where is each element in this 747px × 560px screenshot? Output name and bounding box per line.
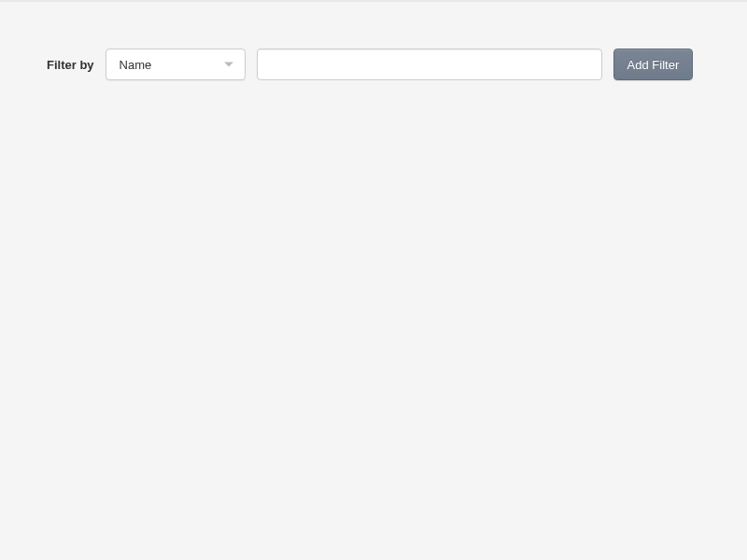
- add-filter-button[interactable]: Add Filter: [613, 49, 694, 80]
- filter-bar: Filter by Name Add Filter: [0, 2, 747, 80]
- filter-field-select-value: Name: [120, 58, 152, 72]
- filter-by-label: Filter by: [47, 58, 94, 72]
- filter-field-select[interactable]: Name: [106, 49, 246, 80]
- chevron-down-icon: [224, 63, 233, 67]
- filter-value-input[interactable]: [257, 49, 602, 80]
